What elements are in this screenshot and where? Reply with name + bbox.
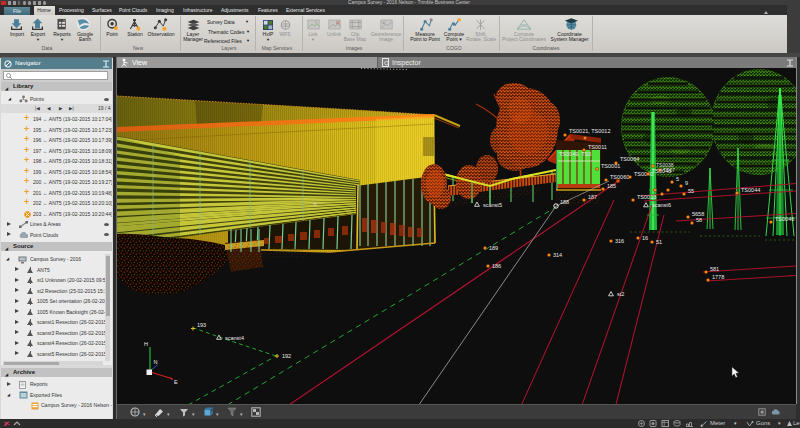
svg-text:scanst6: scanst6 bbox=[652, 202, 671, 208]
svg-text:scanst4: scanst4 bbox=[225, 335, 244, 341]
svg-text:TS0021, TS0012: TS0021, TS0012 bbox=[569, 128, 610, 134]
svg-text:16: 16 bbox=[642, 235, 648, 241]
svg-text:E: E bbox=[174, 379, 178, 385]
svg-text:187: 187 bbox=[588, 194, 597, 200]
svg-text:N: N bbox=[154, 359, 158, 365]
svg-text:TS0044: TS0044 bbox=[741, 187, 760, 193]
svg-text:185: 185 bbox=[607, 183, 616, 189]
svg-text:1778: 1778 bbox=[712, 274, 724, 280]
svg-text:TS0043: TS0043 bbox=[652, 168, 671, 174]
svg-text:TS0001: TS0001 bbox=[601, 163, 620, 169]
svg-text:193: 193 bbox=[197, 322, 206, 328]
svg-text:188: 188 bbox=[560, 199, 569, 205]
svg-text:5: 5 bbox=[676, 176, 679, 182]
svg-text:316: 316 bbox=[615, 238, 624, 244]
svg-text:scanst5: scanst5 bbox=[483, 202, 502, 208]
svg-text:TS0040: TS0040 bbox=[634, 171, 653, 177]
svg-text:9: 9 bbox=[685, 180, 688, 186]
svg-text:192: 192 bbox=[282, 353, 291, 359]
svg-text:TS0046: TS0046 bbox=[775, 216, 794, 222]
svg-text:st2: st2 bbox=[617, 291, 624, 297]
svg-text:186: 186 bbox=[492, 263, 501, 269]
svg-text:314: 314 bbox=[553, 252, 562, 258]
svg-text:TS0013: TS0013 bbox=[637, 194, 656, 200]
svg-text:581: 581 bbox=[710, 266, 719, 272]
svg-text:TS0060: TS0060 bbox=[610, 174, 629, 180]
svg-text:TS0011: TS0011 bbox=[588, 144, 607, 150]
svg-text:51: 51 bbox=[656, 239, 662, 245]
svg-text:H: H bbox=[144, 341, 148, 347]
svg-text:58: 58 bbox=[696, 217, 702, 223]
svg-text:55: 55 bbox=[688, 188, 694, 194]
svg-text:TS0049, TS0: TS0049, TS0 bbox=[559, 151, 591, 157]
svg-text:TS0064: TS0064 bbox=[620, 156, 639, 162]
svg-text:189: 189 bbox=[489, 245, 498, 251]
